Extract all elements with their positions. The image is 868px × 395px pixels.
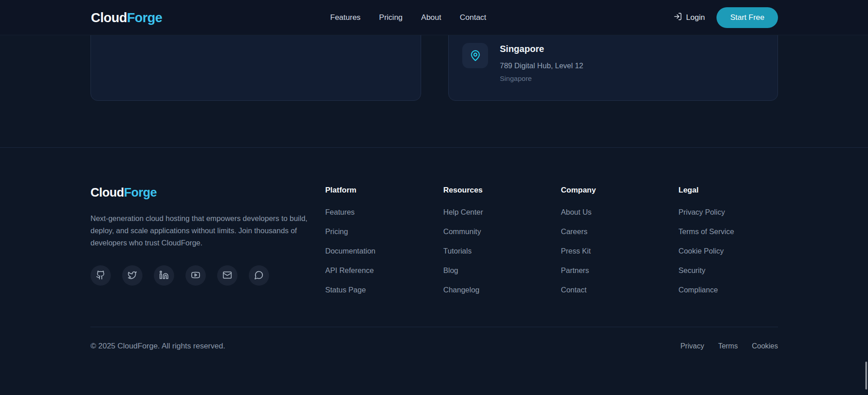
bottom-link-cookies[interactable]: Cookies xyxy=(752,342,778,350)
footer-link-documentation[interactable]: Documentation xyxy=(325,247,375,255)
start-free-button[interactable]: Start Free xyxy=(716,7,778,28)
copyright-text: © 2025 CloudForge. All rights reserved. xyxy=(90,342,225,351)
chat-icon xyxy=(254,270,264,281)
footer-link-security[interactable]: Security xyxy=(678,266,706,274)
nav-link-about[interactable]: About xyxy=(421,13,441,22)
social-chat-button[interactable] xyxy=(249,265,269,286)
footer-logo-accent: Forge xyxy=(124,186,157,199)
footer-link-careers[interactable]: Careers xyxy=(561,227,588,235)
footer-column-title: Company xyxy=(561,186,678,195)
footer-brand-column: CloudForge Next-generation cloud hosting… xyxy=(90,186,325,286)
social-links-row xyxy=(90,265,325,286)
footer-column-title: Resources xyxy=(443,186,561,195)
social-github-button[interactable] xyxy=(90,265,111,286)
brand-logo-accent: Forge xyxy=(127,10,162,24)
mail-icon xyxy=(223,270,232,281)
footer-column-legal: Legal Privacy Policy Terms of Service Co… xyxy=(678,186,778,305)
footer-link-status-page[interactable]: Status Page xyxy=(325,286,366,294)
nav-link-pricing[interactable]: Pricing xyxy=(379,13,403,22)
top-navbar: CloudForge Features Pricing About Contac… xyxy=(0,0,868,35)
footer-link-api-reference[interactable]: API Reference xyxy=(325,266,374,274)
footer-link-tutorials[interactable]: Tutorials xyxy=(443,247,472,255)
map-pin-icon xyxy=(462,43,488,68)
footer-column-resources: Resources Help Center Community Tutorial… xyxy=(443,186,561,305)
social-twitter-button[interactable] xyxy=(122,265,142,286)
login-label: Login xyxy=(686,13,705,22)
nav-actions: Login Start Free xyxy=(674,0,778,35)
youtube-icon xyxy=(191,270,200,281)
footer-column-title: Legal xyxy=(678,186,778,195)
footer-column-platform: Platform Features Pricing Documentation … xyxy=(325,186,443,305)
main-nav: Features Pricing About Contact xyxy=(330,0,486,35)
linkedin-icon xyxy=(159,270,169,281)
footer-link-about-us[interactable]: About Us xyxy=(561,208,592,216)
footer-link-cookie-policy[interactable]: Cookie Policy xyxy=(678,247,724,255)
footer-link-compliance[interactable]: Compliance xyxy=(678,286,718,294)
office-entry-singapore: Singapore 789 Digital Hub, Level 12 Sing… xyxy=(462,43,583,83)
github-icon xyxy=(96,270,105,281)
social-mail-button[interactable] xyxy=(217,265,237,286)
social-linkedin-button[interactable] xyxy=(154,265,174,286)
footer-link-partners[interactable]: Partners xyxy=(561,266,589,274)
brand-logo-primary: Cloud xyxy=(91,10,127,24)
footer-description: Next-generation cloud hosting that empow… xyxy=(90,212,313,249)
footer-link-privacy-policy[interactable]: Privacy Policy xyxy=(678,208,725,216)
footer-column-title: Platform xyxy=(325,186,443,195)
footer-legal-links: Privacy Terms Cookies xyxy=(680,342,778,350)
footer-logo-primary: Cloud xyxy=(90,186,124,199)
footer-link-community[interactable]: Community xyxy=(443,227,481,235)
footer-link-press-kit[interactable]: Press Kit xyxy=(561,247,591,255)
login-button[interactable]: Login xyxy=(674,12,705,23)
bottom-link-privacy[interactable]: Privacy xyxy=(680,342,704,350)
twitter-icon xyxy=(128,270,137,281)
footer-link-blog[interactable]: Blog xyxy=(443,266,458,274)
office-address: 789 Digital Hub, Level 12 xyxy=(500,61,583,70)
nav-link-contact[interactable]: Contact xyxy=(460,13,487,22)
vertical-scrollbar-thumb[interactable] xyxy=(865,362,867,390)
brand-logo[interactable]: CloudForge xyxy=(91,10,162,25)
footer-bottom-bar: © 2025 CloudForge. All rights reserved. … xyxy=(90,327,778,351)
footer-link-changelog[interactable]: Changelog xyxy=(443,286,479,294)
login-icon xyxy=(674,12,682,23)
footer-link-terms-of-service[interactable]: Terms of Service xyxy=(678,227,734,235)
nav-link-features[interactable]: Features xyxy=(330,13,360,22)
office-country: Singapore xyxy=(500,75,583,83)
footer-brand-logo[interactable]: CloudForge xyxy=(90,186,325,200)
footer-column-company: Company About Us Careers Press Kit Partn… xyxy=(561,186,678,305)
footer: CloudForge Next-generation cloud hosting… xyxy=(0,147,868,395)
social-youtube-button[interactable] xyxy=(185,265,206,286)
footer-link-help-center[interactable]: Help Center xyxy=(443,208,483,216)
bottom-link-terms[interactable]: Terms xyxy=(718,342,738,350)
office-city: Singapore xyxy=(500,44,583,54)
footer-link-contact[interactable]: Contact xyxy=(561,286,587,294)
footer-link-features[interactable]: Features xyxy=(325,208,355,216)
footer-link-pricing[interactable]: Pricing xyxy=(325,227,348,235)
